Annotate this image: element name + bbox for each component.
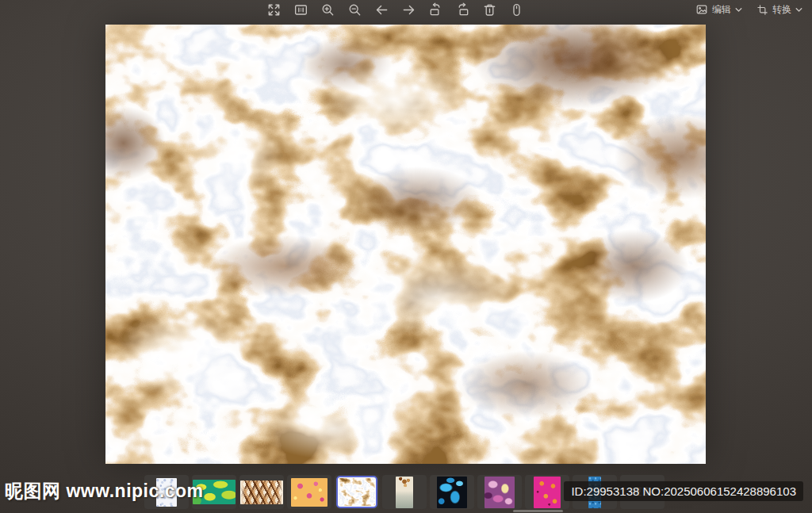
zoom-out-icon <box>347 2 362 17</box>
fullscreen-icon <box>266 2 282 17</box>
edit-menu-button[interactable]: 编辑 <box>695 3 742 17</box>
previous-image-button[interactable] <box>373 1 390 18</box>
mouse-mode-button[interactable] <box>508 1 525 18</box>
right-controls: 编辑 转换 <box>695 0 802 19</box>
main-image[interactable] <box>105 25 706 464</box>
thumbnail-image <box>240 480 283 504</box>
viewer-toolbar <box>265 0 525 19</box>
thumbnail-image <box>156 478 177 507</box>
thumbnail-brown-weave[interactable] <box>239 475 284 509</box>
thumbnail-image <box>291 478 327 507</box>
delete-button[interactable] <box>481 1 498 18</box>
image-id-text: ID:29953138 NO:20250606152428896103 <box>571 484 796 498</box>
rotate-right-icon <box>455 2 470 17</box>
strip-scrollbar-thumb[interactable] <box>513 510 563 512</box>
zoom-out-button[interactable] <box>346 1 363 18</box>
next-image-button[interactable] <box>400 1 417 18</box>
thumbnail-image <box>485 477 515 508</box>
image-id-bar: ID:29953138 NO:20250606152428896103 <box>564 481 803 501</box>
thumbnail-tan-portrait[interactable] <box>382 475 427 509</box>
thumbnail-image <box>437 477 467 508</box>
actual-size-button[interactable] <box>292 1 309 18</box>
convert-label: 转换 <box>772 3 791 17</box>
thumbnail-image <box>396 477 413 508</box>
thumbnail-cyan-black-texture[interactable] <box>430 475 474 509</box>
selected-thumbnail-frame <box>336 476 377 508</box>
rotate-left-button[interactable] <box>427 1 444 18</box>
zoom-in-button[interactable] <box>319 1 336 18</box>
actual-size-icon <box>293 2 308 17</box>
edit-image-icon <box>695 3 708 16</box>
fullscreen-button[interactable] <box>265 1 282 18</box>
chevron-down-icon <box>735 7 742 13</box>
chevron-down-icon <box>795 7 802 13</box>
thumbnail-green-yellow-swirl[interactable] <box>192 475 236 509</box>
zoom-in-icon <box>320 2 335 17</box>
convert-menu-button[interactable]: 转换 <box>756 3 802 17</box>
arrow-left-icon <box>374 2 389 17</box>
marble-texture-canvas <box>105 25 706 464</box>
thumbnail-image <box>534 477 561 508</box>
thumbnail-white-blue-speckle[interactable] <box>144 475 189 509</box>
thumbnail-purple-pink-swirl[interactable] <box>477 475 522 509</box>
thumbnail-brown-marble-selected[interactable] <box>335 475 379 509</box>
mouse-icon <box>509 2 524 17</box>
thumbnail-magenta-orange-pattern[interactable] <box>525 475 569 509</box>
trash-icon <box>482 2 497 17</box>
arrow-right-icon <box>401 2 416 17</box>
rotate-right-button[interactable] <box>454 1 471 18</box>
thumbnail-orange-pink-pattern[interactable] <box>287 475 331 509</box>
image-viewer-app: { "toolbar": { "icons": ["fullscreen-ico… <box>0 0 812 513</box>
thumbnail-image <box>339 478 375 506</box>
thumbnail-image <box>193 480 236 504</box>
edit-label: 编辑 <box>712 3 731 17</box>
rotate-left-icon <box>428 2 443 17</box>
crop-icon <box>756 4 768 16</box>
